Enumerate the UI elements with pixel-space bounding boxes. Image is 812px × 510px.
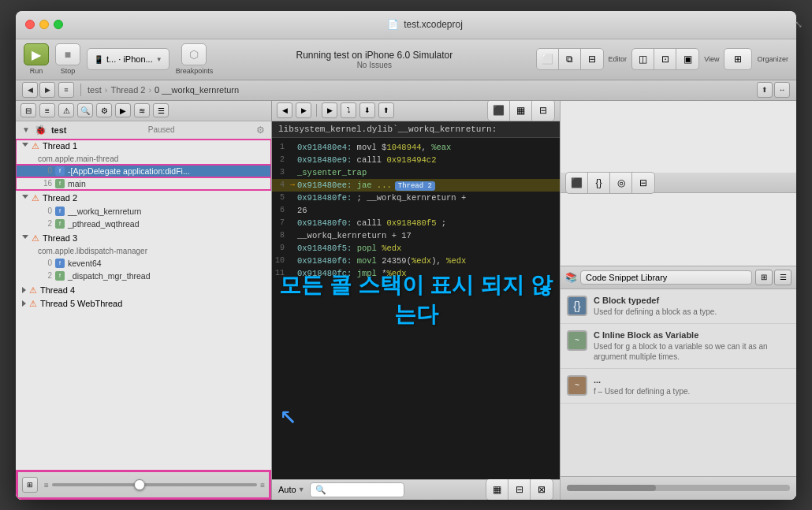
- snippet-item-0[interactable]: {} C Block typedef Used for defining a b…: [561, 289, 796, 324]
- thread4-header[interactable]: ⚠ Thread 4: [16, 284, 271, 297]
- breadcrumb-func[interactable]: 0 __workq_kernreturn: [155, 85, 239, 95]
- scheme-selector[interactable]: 📱 t... · iPhon... ▼: [87, 48, 169, 70]
- sidebar-btn-5[interactable]: ⚙: [96, 103, 112, 117]
- thread5-header[interactable]: ⚠ Thread 5 WebThread: [16, 297, 271, 311]
- editor-step-out-btn[interactable]: ⬆: [378, 102, 394, 118]
- thread1-toggle[interactable]: [22, 143, 28, 150]
- frame-icon-0: f: [55, 166, 65, 176]
- editor-play-btn[interactable]: ▶: [322, 102, 337, 118]
- split-btn[interactable]: ⊠: [531, 478, 553, 500]
- editor-step-btn[interactable]: ⤵: [341, 102, 356, 118]
- settings-icon[interactable]: ⚙: [256, 125, 265, 136]
- frame-0-appdelegate[interactable]: 0 f -[AppDelegate application:didFi...: [16, 165, 271, 177]
- open-in-tab-btn[interactable]: ⬆: [757, 82, 773, 98]
- sidebar-toggle[interactable]: ≡: [58, 82, 74, 98]
- related-btn[interactable]: ↔: [774, 82, 790, 98]
- frame-0-workq[interactable]: 0 f __workq_kernreturn: [16, 205, 271, 218]
- thread3-sublabel: com.apple.libdispatch-manager: [16, 245, 271, 257]
- sidebar-btn-1[interactable]: ⊟: [20, 103, 36, 117]
- panel-scrollbar-thumb[interactable]: [567, 485, 656, 491]
- thread3-toggle[interactable]: [22, 235, 28, 242]
- panel-btn-3[interactable]: ◎: [610, 172, 632, 194]
- snippet-badge-1: ~: [567, 330, 587, 351]
- standard-editor-btn[interactable]: ⬜: [537, 48, 559, 70]
- sidebar-btn-6[interactable]: ▶: [115, 103, 131, 117]
- snippet-list-btn[interactable]: ☰: [774, 270, 792, 285]
- thread5-toggle[interactable]: [22, 300, 26, 307]
- nav-toggle-btn[interactable]: ◫: [632, 48, 654, 70]
- sidebar-btn-3[interactable]: ⚠: [58, 103, 74, 117]
- thread5-icon: ⚠: [29, 299, 37, 309]
- sidebar-btn-7[interactable]: ≋: [134, 103, 150, 117]
- thread4-label: Thread 4: [40, 285, 75, 295]
- frame-16-main[interactable]: 16 f main: [16, 177, 271, 190]
- back-button[interactable]: ◀: [22, 82, 38, 98]
- panel-btn-1[interactable]: ⬛: [566, 172, 588, 194]
- session-triangle[interactable]: ▼: [22, 125, 30, 134]
- stack-depth-slider[interactable]: ≡ ≡: [44, 481, 265, 490]
- debug-vars-btn[interactable]: ▦: [510, 101, 532, 122]
- sidebar-btn-2[interactable]: ≡: [39, 103, 55, 117]
- code-line-7: 7 0x918480f0: calll 0x918480f5 ;: [272, 217, 560, 229]
- code-line-6: 6 26: [272, 204, 560, 217]
- stop-button[interactable]: ■ Stop: [55, 43, 80, 75]
- debug-toggle-btn[interactable]: ⊡: [654, 48, 676, 70]
- breadcrumb: test › Thread 2 › 0 __workq_kernreturn: [88, 85, 754, 95]
- snippet-grid-btn[interactable]: ⊞: [755, 270, 773, 285]
- slider-track[interactable]: [52, 483, 257, 486]
- snippet-list: {} C Block typedef Used for defining a b…: [561, 289, 796, 476]
- search-input[interactable]: [330, 485, 393, 494]
- editor-back-btn[interactable]: ◀: [277, 102, 292, 118]
- zoom-button[interactable]: [54, 20, 63, 29]
- thread4-toggle[interactable]: [22, 287, 26, 293]
- slider-thumb[interactable]: [134, 479, 145, 490]
- version-editor-btn[interactable]: ⊟: [581, 48, 603, 70]
- resize-icon: ⤡: [795, 19, 796, 30]
- snippet-selector[interactable]: Code Snippet Library: [580, 270, 752, 285]
- frame-0-kevent[interactable]: 0 f kevent64: [16, 257, 271, 270]
- minimize-button[interactable]: [39, 20, 49, 29]
- sidebar-btn-8[interactable]: ☰: [153, 103, 169, 117]
- breakpoints-button[interactable]: ⬡ Breakpoints: [176, 43, 214, 75]
- code-line-4: 4 → 0x918480ee: jae ...Thread 2: [272, 179, 560, 192]
- util-toggle-btn[interactable]: ▣: [676, 48, 698, 70]
- sep: [316, 104, 317, 117]
- editor-step-in-btn[interactable]: ⬇: [359, 102, 375, 118]
- close-button[interactable]: [25, 20, 35, 29]
- session-name: test: [51, 125, 67, 135]
- snippet-item-2[interactable]: ~ ... f – Used for defining a type.: [561, 369, 796, 404]
- thread3-header[interactable]: ⚠ Thread 3: [16, 232, 271, 245]
- vars-btn[interactable]: ▦: [486, 478, 508, 500]
- thread1-header[interactable]: ⚠ Thread 1: [16, 140, 271, 153]
- panel-scrollbar[interactable]: [567, 485, 790, 491]
- panel-btn-2[interactable]: {}: [588, 172, 610, 194]
- breadcrumb-test[interactable]: test: [88, 85, 102, 95]
- thread1-icon: ⚠: [32, 141, 39, 151]
- auto-selector[interactable]: Auto ▼: [278, 485, 305, 494]
- secondary-toolbar: ◀ ▶ ≡ test › Thread 2 › 0 __workq_kernre…: [16, 80, 796, 101]
- console-btn[interactable]: ⊟: [508, 478, 531, 500]
- panel-btn-4[interactable]: ⊟: [632, 172, 654, 194]
- run-button[interactable]: ▶ Run: [24, 43, 49, 75]
- thread2-header[interactable]: ⚠ Thread 2: [16, 192, 271, 205]
- forward-button[interactable]: ▶: [39, 82, 55, 98]
- search-box[interactable]: 🔍: [310, 482, 404, 497]
- panel-editor-toggle: ⬛ {} ◎ ⊟: [565, 172, 655, 194]
- debug-grid-btn[interactable]: ⊞: [22, 477, 38, 493]
- debug-split-btn[interactable]: ⊟: [532, 101, 554, 122]
- snippet-library-header: 📚 Code Snippet Library ⊞ ☰: [561, 266, 796, 289]
- thread2-toggle[interactable]: [22, 195, 28, 202]
- code-line-3: 3 _sysenter_trap: [272, 166, 560, 179]
- snippet-item-1[interactable]: ~ C Inline Block as Variable Used for g …: [561, 324, 796, 369]
- arrow-annotation: ↖: [280, 397, 297, 432]
- frame-2-dispatch[interactable]: 2 f _dispatch_mgr_thread: [16, 270, 271, 282]
- sidebar-btn-4[interactable]: 🔍: [77, 103, 93, 117]
- frame-2-pthread[interactable]: 2 f _pthread_wqthread: [16, 218, 271, 230]
- window-title: test.xcodeproj: [404, 19, 463, 30]
- assistant-editor-btn[interactable]: ⧉: [559, 48, 581, 70]
- debug-console-btn[interactable]: ⬛: [488, 101, 510, 122]
- editor-forward-btn[interactable]: ▶: [296, 102, 311, 118]
- snippet-text-0: C Block typedef Used for defining a bloc…: [594, 296, 717, 317]
- breadcrumb-thread2[interactable]: Thread 2: [110, 85, 145, 95]
- organizer-button[interactable]: ⊞: [724, 48, 752, 70]
